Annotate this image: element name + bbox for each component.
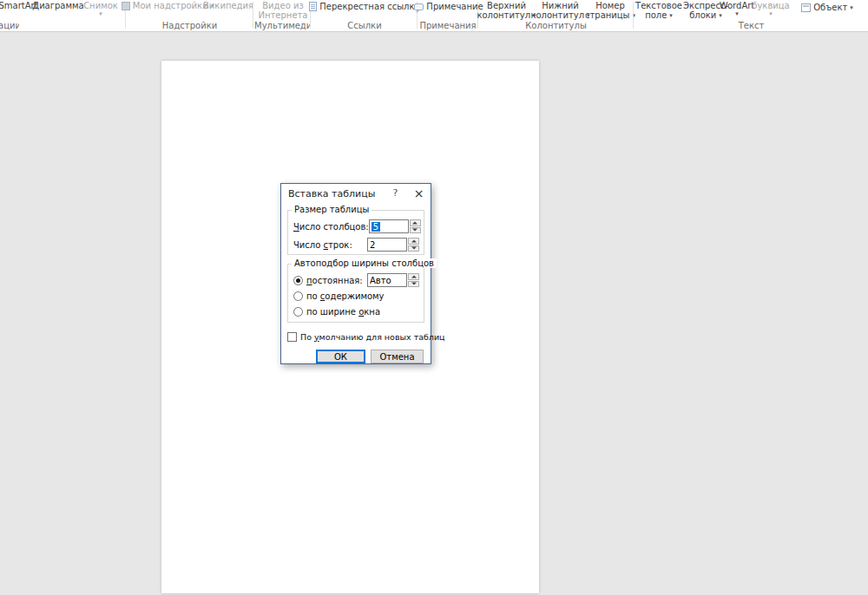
rows-spin-up-button[interactable] <box>408 238 419 245</box>
default-for-new-tables-option[interactable]: По умолчанию для новых таблиц <box>287 330 424 343</box>
ribbon-item-label: Википедия <box>203 1 253 10</box>
ribbon-header-button[interactable]: Верхний колонтитул▾ <box>480 1 533 20</box>
table-size-group: Размер таблицы Число столбцов: 5 Число с… <box>287 210 424 255</box>
rows-value: 2 <box>370 240 375 250</box>
ribbon-group-label-addins: Надстройки <box>128 21 252 30</box>
ribbon: SmartArt Диаграмма Снимок ▾ Мои надстрой… <box>0 0 868 32</box>
ribbon-cross-reference-button[interactable]: Перекрестная ссылка <box>312 2 417 11</box>
rows-spin-down-button[interactable] <box>408 245 419 252</box>
ribbon-footer-button[interactable]: Нижний колонтитул▾ <box>534 1 587 20</box>
autofit-fixed-option[interactable]: постоянная: Авто <box>293 273 419 287</box>
rows-spin-buttons <box>408 238 419 252</box>
ribbon-group-label-text: Текст <box>635 21 868 30</box>
fixed-width-radio[interactable] <box>293 276 303 285</box>
columns-row: Число столбцов: 5 <box>293 219 419 233</box>
autofit-window-label: по ширине окна <box>306 307 380 317</box>
label-text: одержимому <box>325 291 384 301</box>
label-text: трок: <box>328 240 352 250</box>
ribbon-wikipedia-button[interactable]: Википедия <box>207 1 250 10</box>
ribbon-group-label-media: Мультимедиа <box>254 21 310 30</box>
dropdown-arrow-icon: ▾ <box>669 12 673 19</box>
columns-value: 5 <box>372 222 380 232</box>
ribbon-group-divider <box>633 2 634 29</box>
ribbon-item-label: Нижний <box>542 1 579 10</box>
autofit-legend: Автоподбор ширины столбцов <box>292 258 437 268</box>
label-text: Ч <box>293 222 299 232</box>
rows-input[interactable]: 2 <box>367 238 407 252</box>
ribbon-item-label: Объект <box>813 3 847 12</box>
ribbon-item-label: Текстовое <box>635 1 682 10</box>
insert-table-dialog: Вставка таблицы ? × Размер таблицы Число… <box>280 183 431 364</box>
fixed-width-spin-buttons <box>408 273 419 287</box>
fixed-width-input[interactable]: Авто <box>367 273 407 287</box>
default-for-new-tables-checkbox[interactable] <box>287 332 297 342</box>
ribbon-item-label: страницы <box>585 10 630 20</box>
ribbon-item-label: колонтитул <box>530 10 584 20</box>
help-button[interactable]: ? <box>384 184 407 203</box>
ribbon-group-label-links: Ссылки <box>312 21 418 30</box>
autofit-window-option[interactable]: по ширине окна <box>293 304 419 318</box>
close-button[interactable]: × <box>407 184 431 203</box>
rows-row: Число строк: 2 <box>293 238 419 252</box>
autofit-window-radio[interactable] <box>293 307 303 317</box>
ribbon-drop-cap-button[interactable]: буквица ▾ <box>752 1 790 17</box>
label-text: по ширине <box>306 307 358 317</box>
comment-icon <box>414 3 424 10</box>
ribbon-group-label-illustrations: ации <box>0 21 19 30</box>
ribbon-text-box-button[interactable]: Текстовое поле▾ <box>635 1 683 20</box>
ribbon-chart-button[interactable]: Диаграмма <box>36 1 80 10</box>
dropdown-arrow-icon: ▾ <box>850 4 853 11</box>
ribbon-wordart-button[interactable]: WordArt ▾ <box>718 1 756 17</box>
ribbon-item-label: колонтитул <box>477 10 530 20</box>
autofit-group: Автоподбор ширины столбцов постоянная: А… <box>287 264 424 323</box>
columns-spin-down-button[interactable] <box>410 227 421 234</box>
ribbon-page-number-button[interactable]: Номер страницы▾ <box>588 1 633 20</box>
cross-reference-icon <box>309 2 317 11</box>
ribbon-screenshot-button[interactable]: Снимок ▾ <box>80 1 122 17</box>
ribbon-item-label: Верхний <box>487 1 526 10</box>
table-size-legend: Размер таблицы <box>292 205 372 214</box>
autofit-contents-option[interactable]: по содержимому <box>293 289 419 303</box>
dropdown-arrow-icon: ▾ <box>735 10 739 17</box>
columns-label: Число столбцов: <box>293 222 369 232</box>
columns-spinner: 5 <box>369 219 421 233</box>
ribbon-smartart-button[interactable]: SmartArt <box>0 1 36 10</box>
ok-button[interactable]: ОК <box>316 350 365 363</box>
autofit-contents-radio[interactable] <box>293 291 303 301</box>
dialog-title: Вставка таблицы <box>288 188 384 199</box>
label-text: кна <box>364 307 380 317</box>
columns-spin-up-button[interactable] <box>410 219 421 226</box>
autofit-contents-label: по содержимому <box>306 291 385 301</box>
label-text: Число <box>293 240 324 250</box>
ribbon-item-label: Видео из <box>262 1 304 10</box>
ribbon-object-button[interactable]: Объект ▾ <box>799 3 856 12</box>
label-text: остоянная: <box>312 276 363 285</box>
ribbon-item-label: блоки <box>689 10 716 20</box>
ribbon-item-label: Примечание <box>426 2 483 11</box>
default-for-new-tables-label: По умолчанию для новых таблиц <box>300 332 445 342</box>
fixed-width-spin-up-button[interactable] <box>408 273 419 280</box>
dropdown-arrow-icon: ▾ <box>769 10 773 17</box>
label-text: по <box>306 291 320 301</box>
fixed-width-value: Авто <box>370 276 391 285</box>
dialog-titlebar[interactable]: Вставка таблицы ? × <box>281 184 431 203</box>
ribbon-group-divider <box>253 2 253 29</box>
ribbon-online-video-button[interactable]: Видео из Интернета <box>257 1 309 20</box>
ribbon-item-label: буквица <box>752 1 789 10</box>
columns-input[interactable]: 5 <box>369 219 409 233</box>
dialog-button-row: ОК Отмена <box>287 350 424 363</box>
dropdown-arrow-icon: ▾ <box>99 10 102 17</box>
ribbon-my-addins-button[interactable]: Мои надстройки ▾ <box>128 1 207 10</box>
ribbon-item-label: Номер <box>595 1 625 10</box>
word-app-window: SmartArt Диаграмма Снимок ▾ Мои надстрой… <box>0 0 868 595</box>
label-text: молчанию для новых таблиц <box>319 332 445 342</box>
ribbon-comment-button[interactable]: Примечание <box>420 2 477 11</box>
fixed-width-spin-down-button[interactable] <box>408 281 419 288</box>
object-icon <box>801 3 811 12</box>
ribbon-item-label: Интернета <box>259 10 308 20</box>
cancel-button[interactable]: Отмена <box>371 350 424 363</box>
ribbon-item-label: Диаграмма <box>32 1 83 10</box>
dialog-body: Размер таблицы Число столбцов: 5 Число с… <box>281 210 431 363</box>
fixed-width-spinner: Авто <box>367 273 419 287</box>
ribbon-item-label: Перекрестная ссылка <box>319 2 419 11</box>
